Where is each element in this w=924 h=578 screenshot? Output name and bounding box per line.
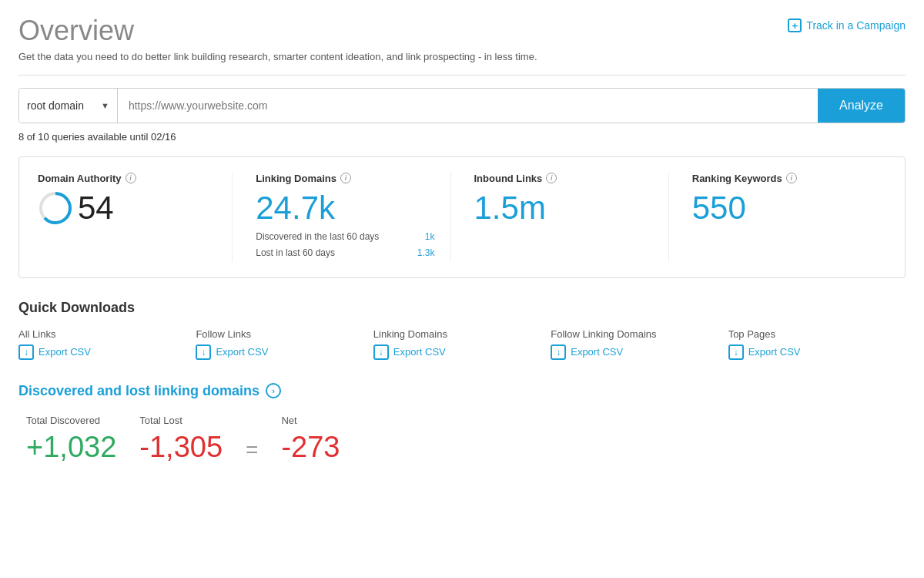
download-all-links: All Links ↓ Export CSV <box>18 328 196 360</box>
download-linking-domains: Linking Domains ↓ Export CSV <box>373 328 551 360</box>
header-divider <box>18 75 906 76</box>
download-top-pages: Top Pages ↓ Export CSV <box>728 328 906 360</box>
total-lost-block: Total Lost -1,305 <box>139 415 223 464</box>
net-label: Net <box>281 415 340 426</box>
stats-panel: Domain Authority i 54 Linking Domains i … <box>18 156 906 278</box>
track-campaign-icon: + <box>788 18 802 32</box>
ld-lost-val: 1.3k <box>417 245 435 262</box>
ld-sub: Discovered in the last 60 days 1k Lost i… <box>256 229 434 262</box>
da-label: Domain Authority i <box>38 173 216 184</box>
search-bar: root domain subdomain exact page ▼ Analy… <box>18 88 906 123</box>
da-gauge <box>38 190 73 226</box>
export-follow-links-icon: ↓ <box>196 344 211 360</box>
total-lost-value: -1,305 <box>139 431 223 464</box>
download-follow-links: Follow Links ↓ Export CSV <box>196 328 373 360</box>
rk-info-icon[interactable]: i <box>786 173 797 183</box>
ld-value: 24.7k <box>256 190 434 226</box>
discovered-section: Discovered and lost linking domains › To… <box>18 383 906 464</box>
da-value: 54 <box>78 190 114 226</box>
rk-value: 550 <box>692 190 871 226</box>
downloads-row: All Links ↓ Export CSV Follow Links ↓ Ex… <box>18 328 906 360</box>
download-top-pages-label: Top Pages <box>728 328 906 340</box>
export-top-pages-icon: ↓ <box>728 344 744 360</box>
export-linking-domains-icon: ↓ <box>373 344 389 360</box>
il-label: Inbound Links i <box>474 173 653 184</box>
total-discovered-label: Total Discovered <box>26 415 116 426</box>
export-follow-links-label: Export CSV <box>216 346 268 358</box>
stat-linking-domains: Linking Domains i 24.7k Discovered in th… <box>232 173 450 262</box>
discovered-title: Discovered and lost linking domains › <box>18 383 906 399</box>
export-follow-linking-domains[interactable]: ↓ Export CSV <box>551 344 728 360</box>
stat-domain-authority: Domain Authority i 54 <box>38 173 232 262</box>
domain-type-select[interactable]: root domain subdomain exact page <box>27 99 96 112</box>
download-linking-domains-label: Linking Domains <box>373 328 551 340</box>
analyze-button[interactable]: Analyze <box>818 89 905 123</box>
ld-discovered-row: Discovered in the last 60 days 1k <box>256 229 434 246</box>
export-top-pages-label: Export CSV <box>748 346 801 358</box>
search-select-wrapper[interactable]: root domain subdomain exact page ▼ <box>19 89 118 123</box>
discovered-arrow-icon[interactable]: › <box>266 383 281 398</box>
page-header: Overview Get the data you need to do bet… <box>18 15 906 62</box>
queries-info: 8 of 10 queries available until 02/16 <box>18 131 906 143</box>
export-follow-links[interactable]: ↓ Export CSV <box>196 344 373 360</box>
export-top-pages[interactable]: ↓ Export CSV <box>728 344 906 360</box>
page-title: Overview <box>18 15 537 46</box>
ld-label: Linking Domains i <box>256 173 434 184</box>
export-linking-domains[interactable]: ↓ Export CSV <box>373 344 551 360</box>
export-follow-ld-label: Export CSV <box>571 346 623 358</box>
da-value-wrapper: 54 <box>38 190 216 226</box>
ld-info-icon[interactable]: i <box>340 173 351 183</box>
track-campaign-link[interactable]: + Track in a Campaign <box>788 18 906 32</box>
il-info-icon[interactable]: i <box>546 173 557 183</box>
ld-lost-row: Lost in last 60 days 1.3k <box>256 245 434 262</box>
equals-sign: = <box>246 438 258 462</box>
rk-label: Ranking Keywords i <box>692 173 871 184</box>
track-campaign-label: Track in a Campaign <box>806 19 906 32</box>
export-all-links-label: Export CSV <box>38 346 91 358</box>
page-subtitle: Get the data you need to do better link … <box>18 51 537 62</box>
export-follow-ld-icon: ↓ <box>551 344 566 360</box>
ld-discovered-val: 1k <box>425 229 435 246</box>
download-all-links-label: All Links <box>18 328 196 340</box>
quick-downloads-section: Quick Downloads All Links ↓ Export CSV F… <box>18 300 906 360</box>
quick-downloads-title: Quick Downloads <box>18 300 906 316</box>
total-discovered-value: +1,032 <box>26 431 116 464</box>
stat-inbound-links: Inbound Links i 1.5m <box>450 173 668 262</box>
download-follow-linking-domains: Follow Linking Domains ↓ Export CSV <box>551 328 728 360</box>
export-linking-domains-label: Export CSV <box>393 346 446 358</box>
il-value: 1.5m <box>474 190 653 226</box>
da-info-icon[interactable]: i <box>126 173 136 183</box>
download-follow-ld-label: Follow Linking Domains <box>551 328 728 340</box>
stat-ranking-keywords: Ranking Keywords i 550 <box>668 173 886 262</box>
header-left: Overview Get the data you need to do bet… <box>18 15 537 62</box>
total-lost-label: Total Lost <box>139 415 223 426</box>
url-input[interactable] <box>118 89 818 123</box>
download-follow-links-label: Follow Links <box>196 328 373 340</box>
select-arrow-icon: ▼ <box>101 101 109 110</box>
export-all-links-icon: ↓ <box>18 344 34 360</box>
net-value: -273 <box>281 431 340 464</box>
export-all-links[interactable]: ↓ Export CSV <box>18 344 196 360</box>
net-block: Net -273 <box>281 415 340 464</box>
discovered-stats: Total Discovered +1,032 Total Lost -1,30… <box>18 415 906 464</box>
total-discovered-block: Total Discovered +1,032 <box>26 415 116 464</box>
